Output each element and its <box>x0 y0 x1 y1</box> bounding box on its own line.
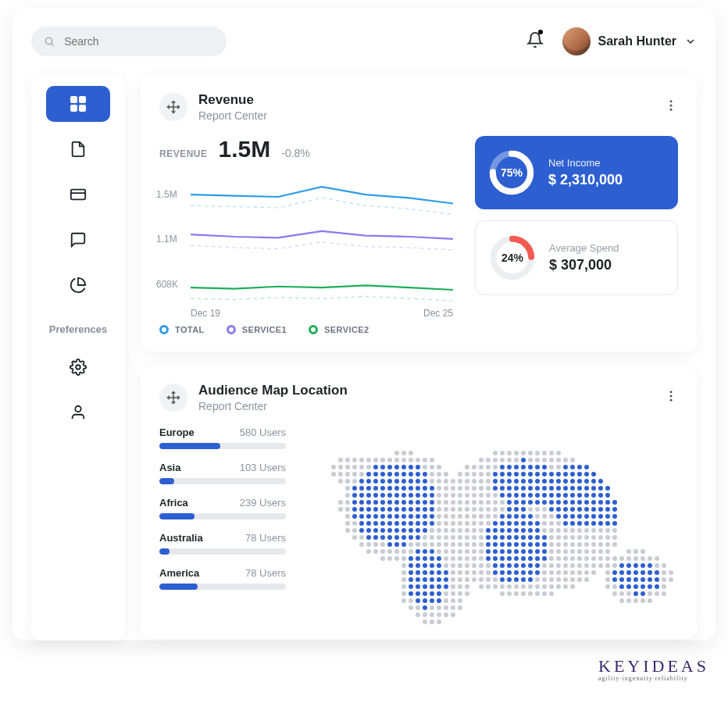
notifications-button[interactable] <box>526 31 544 52</box>
chat-icon <box>70 231 87 248</box>
card-menu-button[interactable] <box>664 98 678 116</box>
region-row: Australia 78 Users <box>159 532 286 555</box>
xtick: Dec 19 <box>191 308 220 319</box>
svg-rect-5 <box>80 105 85 111</box>
sidebar: Preferences <box>31 75 125 641</box>
card-icon <box>70 186 87 203</box>
ytick: 1.5M <box>156 189 177 200</box>
search-box[interactable] <box>31 27 227 56</box>
region-row: Europe 580 Users <box>159 427 286 449</box>
revenue-label: REVENUE <box>159 148 208 159</box>
svg-point-21 <box>670 391 673 393</box>
drag-handle[interactable] <box>159 93 187 121</box>
drag-handle[interactable] <box>159 384 187 412</box>
legend-item[interactable]: SERVICE2 <box>309 325 369 334</box>
revenue-change: -0.8% <box>281 147 310 159</box>
nav-analytics[interactable] <box>46 267 110 303</box>
svg-point-0 <box>45 37 52 44</box>
region-name: Africa <box>159 497 188 509</box>
region-value: 239 Users <box>240 497 286 509</box>
region-value: 580 Users <box>240 427 286 438</box>
avg-spend-box: 24% Average Spend $ 307,000 <box>475 220 678 295</box>
nav-documents[interactable] <box>46 131 110 167</box>
revenue-chart: 1.5M 1.1M 608K Dec 19 Dec 25 <box>191 170 453 303</box>
svg-point-23 <box>670 399 673 402</box>
svg-point-12 <box>670 100 673 102</box>
user-name: Sarah Hunter <box>598 34 676 48</box>
revenue-card: Revenue Report Center REVENUE 1.5M -0.8% <box>141 75 697 352</box>
svg-rect-2 <box>71 97 77 102</box>
avg-spend-ring: 24% <box>490 235 535 280</box>
card-subtitle: Report Center <box>198 109 267 122</box>
svg-rect-4 <box>71 105 77 111</box>
nav-billing[interactable] <box>46 177 110 212</box>
ytick: 608K <box>156 279 178 290</box>
region-list: Europe 580 Users Asia 103 Users Africa 2… <box>159 427 286 622</box>
search-icon <box>44 35 55 48</box>
legend-item[interactable]: TOTAL <box>159 325 205 334</box>
legend-label: TOTAL <box>175 325 205 334</box>
svg-point-13 <box>670 105 673 107</box>
svg-rect-6 <box>71 190 85 200</box>
brand-name: KEYIDEAS <box>598 656 709 676</box>
user-menu[interactable]: Sarah Hunter <box>562 27 697 55</box>
region-bar <box>159 548 286 555</box>
svg-point-9 <box>75 406 80 412</box>
card-subtitle: Report Center <box>198 400 348 412</box>
region-name: America <box>159 567 199 579</box>
chevron-down-icon <box>684 35 697 48</box>
net-income-box: 75% Net Income $ 2,310,000 <box>475 136 678 209</box>
dots-vertical-icon <box>664 98 678 112</box>
region-value: 103 Users <box>240 462 286 473</box>
xtick: Dec 25 <box>423 308 453 319</box>
region-row: Asia 103 Users <box>159 462 286 484</box>
nav-messages[interactable] <box>46 222 110 258</box>
nav-profile[interactable] <box>46 394 110 430</box>
move-icon <box>166 100 180 114</box>
card-menu-button[interactable] <box>664 389 678 406</box>
pie-icon <box>70 277 87 294</box>
region-bar <box>159 513 286 519</box>
file-icon <box>70 141 87 158</box>
region-row: Africa 239 Users <box>159 497 286 519</box>
sidebar-section-label: Preferences <box>49 323 107 335</box>
legend-dot-icon <box>227 325 236 334</box>
region-name: Europe <box>159 427 194 438</box>
card-title: Audience Map Location <box>198 383 348 398</box>
legend-dot-icon <box>309 325 318 334</box>
dots-vertical-icon <box>664 389 678 403</box>
svg-point-8 <box>76 365 80 369</box>
nav-settings[interactable] <box>46 349 110 385</box>
region-bar <box>159 478 286 484</box>
user-icon <box>70 404 87 421</box>
svg-point-22 <box>670 395 673 398</box>
nav-dashboard[interactable] <box>46 86 110 122</box>
ring-pct: 24% <box>490 235 535 280</box>
notification-dot-icon <box>538 30 543 34</box>
grid-icon <box>69 95 87 113</box>
region-bar <box>159 443 286 449</box>
search-input[interactable] <box>62 34 214 48</box>
move-icon <box>166 391 180 405</box>
legend-item[interactable]: SERVICE1 <box>227 325 287 334</box>
legend-label: SERVICE1 <box>242 325 287 334</box>
svg-rect-3 <box>80 97 85 102</box>
audience-card: Audience Map Location Report Center Euro… <box>141 366 697 639</box>
net-income-ring: 75% <box>489 150 534 195</box>
avatar <box>562 27 591 55</box>
footer: KEYIDEAS agility·ingenuity·reliability <box>0 648 728 688</box>
svg-point-14 <box>670 109 673 111</box>
ytick: 1.1M <box>156 234 177 244</box>
region-bar <box>159 584 286 590</box>
ring-pct: 75% <box>489 150 534 195</box>
svg-line-1 <box>52 44 54 46</box>
region-name: Australia <box>159 532 203 544</box>
stat-value: $ 307,000 <box>549 257 619 273</box>
gear-icon <box>70 359 87 376</box>
region-value: 78 Users <box>245 532 286 544</box>
world-map <box>309 427 678 622</box>
stat-label: Average Spend <box>549 242 619 254</box>
header: Sarah Hunter <box>31 27 697 56</box>
region-name: Asia <box>159 462 180 473</box>
revenue-value: 1.5M <box>219 136 271 162</box>
